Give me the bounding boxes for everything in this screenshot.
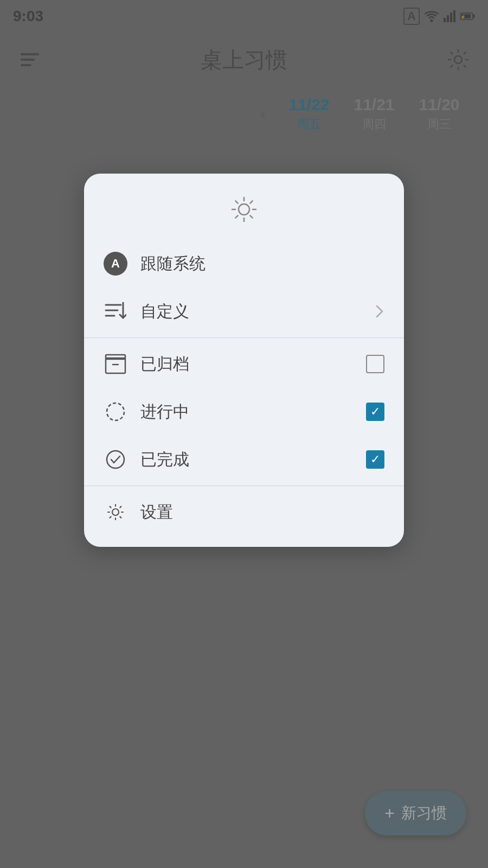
divider-2 bbox=[84, 486, 404, 486]
menu-item-custom[interactable]: 自定义 bbox=[84, 288, 404, 335]
checkmark-completed: ✓ bbox=[370, 452, 380, 467]
archived-icon bbox=[104, 352, 127, 376]
divider-1 bbox=[84, 337, 404, 338]
sort-icon bbox=[105, 302, 126, 321]
custom-icon bbox=[104, 299, 127, 323]
a-icon-text: A bbox=[111, 257, 120, 271]
svg-rect-22 bbox=[106, 358, 125, 373]
checkbox-checked-completed[interactable]: ✓ bbox=[366, 450, 384, 469]
popup-menu: A 跟随系统 自定义 bbox=[84, 174, 404, 547]
svg-point-25 bbox=[107, 403, 124, 420]
archive-icon bbox=[105, 354, 126, 374]
gear-icon-small bbox=[105, 501, 126, 523]
menu-item-archived[interactable]: 已归档 bbox=[84, 340, 404, 388]
sun-icon bbox=[230, 195, 258, 224]
completed-icon bbox=[104, 448, 127, 471]
completed-label: 已完成 bbox=[140, 449, 353, 471]
svg-line-14 bbox=[235, 201, 237, 203]
a-circle-icon: A bbox=[104, 252, 127, 276]
svg-line-16 bbox=[250, 201, 252, 203]
custom-chevron bbox=[375, 304, 384, 319]
follow-system-label: 跟随系统 bbox=[140, 253, 384, 275]
sun-icon-row bbox=[84, 190, 404, 240]
svg-point-27 bbox=[112, 509, 119, 515]
checkmark-in-progress: ✓ bbox=[370, 405, 380, 419]
svg-rect-23 bbox=[106, 355, 125, 359]
in-progress-icon bbox=[104, 400, 127, 424]
settings-label: 设置 bbox=[140, 501, 384, 524]
menu-item-follow-system[interactable]: A 跟随系统 bbox=[84, 240, 404, 288]
settings-icon bbox=[104, 500, 127, 524]
chevron-right-icon bbox=[375, 304, 384, 319]
in-progress-checkbox[interactable]: ✓ bbox=[366, 403, 384, 421]
archived-label: 已归档 bbox=[140, 353, 353, 375]
checkbox-empty-archived[interactable] bbox=[366, 355, 384, 373]
check-circle-icon bbox=[105, 449, 126, 470]
archived-checkbox[interactable] bbox=[366, 355, 384, 373]
svg-point-26 bbox=[107, 451, 124, 468]
checkbox-checked-in-progress[interactable]: ✓ bbox=[366, 403, 384, 421]
menu-item-in-progress[interactable]: 进行中 ✓ bbox=[84, 388, 404, 436]
svg-point-9 bbox=[239, 204, 249, 215]
completed-checkbox[interactable]: ✓ bbox=[366, 450, 384, 469]
svg-line-17 bbox=[235, 215, 237, 218]
dashed-circle-icon bbox=[105, 401, 126, 423]
in-progress-label: 进行中 bbox=[140, 401, 353, 423]
menu-item-completed[interactable]: 已完成 ✓ bbox=[84, 436, 404, 483]
custom-label: 自定义 bbox=[140, 301, 362, 323]
svg-line-15 bbox=[250, 215, 252, 218]
follow-system-icon: A bbox=[104, 252, 127, 276]
menu-item-settings[interactable]: 设置 bbox=[84, 488, 404, 536]
